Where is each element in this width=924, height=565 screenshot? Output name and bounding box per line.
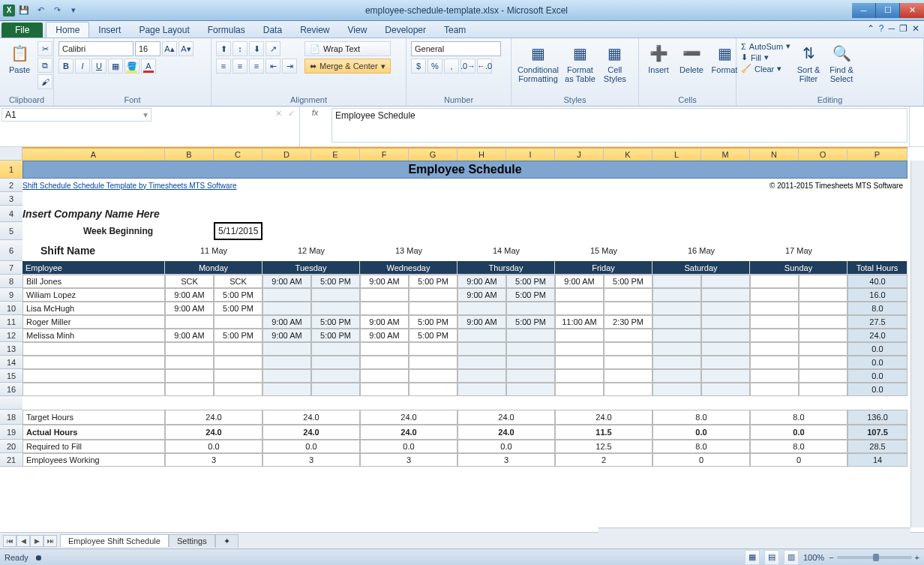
cell[interactable]: 24.0: [458, 410, 555, 425]
zoom-in-icon[interactable]: +: [915, 553, 920, 562]
cell[interactable]: [799, 356, 848, 369]
cell[interactable]: 14: [848, 453, 908, 467]
tab-formulas[interactable]: Formulas: [199, 23, 254, 38]
merge-center-button[interactable]: ⬌ Merge & Center ▾: [304, 59, 391, 74]
tab-insert[interactable]: Insert: [89, 23, 130, 38]
cell[interactable]: 8.0: [750, 410, 848, 425]
delete-cells-button[interactable]: ➖Delete: [676, 41, 706, 76]
shrink-font-icon[interactable]: A▾: [178, 41, 194, 56]
cell[interactable]: 5:00 PM: [604, 275, 652, 288]
cell[interactable]: [701, 342, 750, 356]
macro-record-icon[interactable]: ⏺: [34, 553, 43, 562]
row-header[interactable]: 6: [0, 240, 22, 261]
cell[interactable]: [409, 288, 458, 302]
row-header[interactable]: 10: [0, 302, 22, 315]
cell[interactable]: 0.0: [848, 356, 908, 369]
col-header[interactable]: C: [214, 147, 262, 161]
cell[interactable]: [311, 288, 360, 302]
comma-icon[interactable]: ,: [444, 59, 459, 74]
col-header[interactable]: D: [262, 147, 311, 161]
cell[interactable]: [506, 383, 555, 396]
row-header[interactable]: 2: [0, 179, 22, 192]
cell[interactable]: 17 May: [750, 240, 848, 261]
cell[interactable]: 2:30 PM: [604, 315, 652, 329]
view-normal-icon[interactable]: ▦: [745, 550, 760, 565]
row-header[interactable]: 18: [0, 410, 22, 425]
cell[interactable]: [458, 383, 506, 396]
cell[interactable]: [652, 356, 701, 369]
cell[interactable]: [262, 383, 311, 396]
row-header[interactable]: 8: [0, 275, 22, 288]
fill-button[interactable]: ⬇ Fill ▾: [741, 53, 790, 62]
cell[interactable]: Saturday: [652, 261, 750, 275]
col-header[interactable]: A: [22, 147, 165, 161]
cell[interactable]: [506, 329, 555, 342]
expand-fbar-icon[interactable]: [909, 107, 924, 146]
cell[interactable]: [799, 369, 848, 383]
row-header[interactable]: 14: [0, 356, 22, 369]
cell[interactable]: Tuesday: [262, 261, 360, 275]
cell[interactable]: [506, 356, 555, 369]
cell[interactable]: 27.5: [848, 315, 908, 329]
cell[interactable]: 107.5: [848, 425, 908, 440]
tab-team[interactable]: Team: [435, 23, 475, 38]
cell[interactable]: [701, 383, 750, 396]
wrap-text-button[interactable]: 📄 Wrap Text: [304, 41, 391, 56]
cell[interactable]: 0.0: [652, 425, 750, 440]
cell[interactable]: 24.0: [458, 425, 555, 440]
cell[interactable]: 28.5: [848, 440, 908, 453]
cell[interactable]: [409, 302, 458, 315]
cell[interactable]: 8.0: [652, 410, 750, 425]
cell[interactable]: [360, 356, 409, 369]
col-header[interactable]: G: [409, 147, 458, 161]
cell[interactable]: 11 May: [165, 240, 262, 261]
cell[interactable]: [214, 342, 262, 356]
cell[interactable]: 0: [652, 453, 750, 467]
cell[interactable]: Monday: [165, 261, 262, 275]
copy-icon[interactable]: ⧉: [38, 58, 52, 73]
col-header[interactable]: E: [311, 147, 360, 161]
formula-input[interactable]: Employee Schedule: [332, 108, 908, 143]
cell[interactable]: 5:00 PM: [214, 288, 262, 302]
cell[interactable]: [701, 356, 750, 369]
cell[interactable]: [165, 369, 214, 383]
cell[interactable]: [262, 288, 311, 302]
cell[interactable]: [165, 356, 214, 369]
underline-button[interactable]: U: [92, 59, 106, 74]
horizontal-scrollbar[interactable]: [598, 527, 910, 541]
cell[interactable]: [750, 329, 799, 342]
row-header[interactable]: 1: [0, 161, 22, 179]
cell[interactable]: [458, 329, 506, 342]
decrease-indent-icon[interactable]: ⇤: [266, 59, 280, 74]
align-middle-icon[interactable]: ↕: [232, 41, 248, 56]
cell[interactable]: 5:00 PM: [214, 302, 262, 315]
cell[interactable]: [701, 288, 750, 302]
close-button[interactable]: ✕: [900, 3, 924, 18]
cell[interactable]: [555, 342, 604, 356]
cell[interactable]: [652, 275, 701, 288]
cell[interactable]: [22, 342, 165, 356]
cell[interactable]: [22, 383, 165, 396]
tab-nav-last-icon[interactable]: ⏭: [44, 535, 57, 547]
tab-view[interactable]: View: [339, 23, 376, 38]
cell[interactable]: [360, 369, 409, 383]
cell[interactable]: 3: [360, 453, 458, 467]
cell[interactable]: [458, 356, 506, 369]
cell[interactable]: [555, 288, 604, 302]
cell[interactable]: [652, 369, 701, 383]
cell[interactable]: Employee: [22, 261, 165, 275]
cell[interactable]: [652, 302, 701, 315]
template-link[interactable]: Shift Schedule Schedule Template by Time…: [22, 182, 237, 190]
vertical-scrollbar[interactable]: [910, 161, 924, 527]
zoom-slider[interactable]: − +: [829, 553, 920, 562]
cell[interactable]: 9:00 AM: [360, 329, 409, 342]
decrease-decimal-icon[interactable]: ←.0: [477, 59, 492, 74]
cell[interactable]: [165, 342, 214, 356]
cell[interactable]: [701, 275, 750, 288]
cell[interactable]: 9:00 AM: [458, 275, 506, 288]
cell[interactable]: Target Hours: [22, 410, 165, 425]
row-header[interactable]: [0, 396, 22, 410]
italic-button[interactable]: I: [75, 59, 90, 74]
cell[interactable]: [799, 288, 848, 302]
currency-icon[interactable]: $: [411, 59, 426, 74]
